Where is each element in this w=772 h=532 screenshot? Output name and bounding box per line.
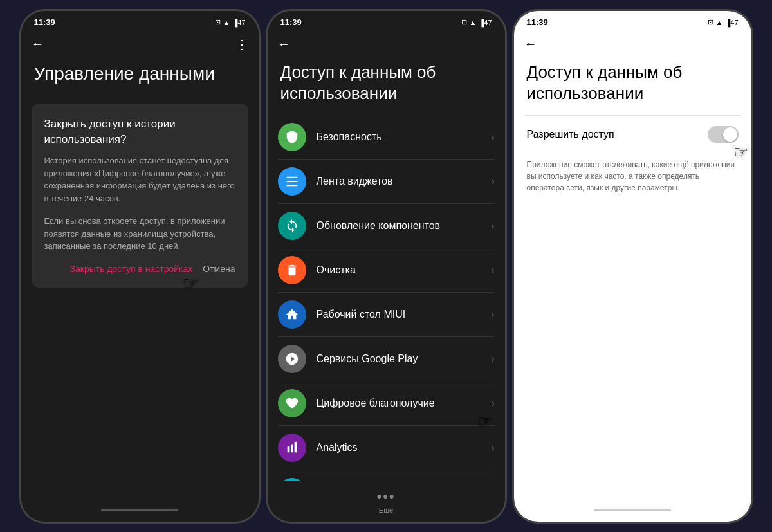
back-button-3[interactable]: ← <box>524 37 537 51</box>
screen-1: ← ⋮ Управление данными Закрыть доступ к … <box>21 32 259 522</box>
permission-row: Разрешить доступ ☞ <box>527 126 739 143</box>
close-access-link[interactable]: Закрыть доступ в настройках <box>70 264 193 274</box>
svg-rect-0 <box>287 446 290 452</box>
status-bar-2: 11:39 ⊡ ▲ ▐47 <box>268 11 505 32</box>
toggle-knob <box>723 127 737 142</box>
app-icon-ochistka <box>278 256 306 284</box>
app-name-lenta: Лента виджетов <box>317 176 492 187</box>
chevron-bezopasnost: › <box>491 131 494 143</box>
svg-rect-1 <box>291 445 293 453</box>
status-time-2: 11:39 <box>280 17 302 27</box>
permission-section: Разрешить доступ ☞ Приложение сможет отс… <box>514 116 751 521</box>
svg-rect-2 <box>294 442 297 453</box>
more-button-bottom[interactable]: ••• Еще <box>376 488 395 514</box>
app-item-gplay[interactable]: Сервисы Google Play › <box>268 337 505 381</box>
app-icon-analytics <box>278 434 306 462</box>
permission-toggle[interactable] <box>708 126 739 143</box>
app-name-miui: Рабочий стол MIUI <box>317 309 492 320</box>
wifi-icon: ▲ <box>223 19 230 26</box>
screenshot-icon-2: ⊡ <box>461 18 467 26</box>
page-title-3: Доступ к данным об использовании <box>514 57 751 116</box>
page-title-1: Управление данными <box>21 57 259 98</box>
back-button-1[interactable]: ← <box>32 37 44 51</box>
permission-desc: Приложение сможет отслеживать, какие ещё… <box>527 159 739 194</box>
screen-3: ← Доступ к данным об использовании Разре… <box>514 32 751 522</box>
more-icon: ••• <box>376 488 395 505</box>
app-list: Безопасность › Лента виджетов › Об <box>268 115 505 480</box>
app-icon-digital <box>278 389 306 417</box>
wifi-icon-2: ▲ <box>470 19 477 26</box>
status-icons-1: ⊡ ▲ ▐47 <box>215 18 246 26</box>
battery-icon: ▐47 <box>232 19 245 26</box>
app-icon-gplay <box>278 345 306 373</box>
back-button-2[interactable]: ← <box>278 37 291 51</box>
status-bar-3: 11:39 ⊡ ▲ ▐47 <box>514 11 751 32</box>
app-name-analytics: Analytics <box>317 442 492 454</box>
status-icons-3: ⊡ ▲ ▐47 <box>708 18 739 26</box>
dialog-actions: Закрыть доступ в настройках ☞ Отмена <box>44 263 235 275</box>
top-bar-2: ← <box>268 32 505 57</box>
app-item-ochistka[interactable]: Очистка › <box>268 248 505 292</box>
phone-2: 11:39 ⊡ ▲ ▐47 ← Доступ к данным об испол… <box>266 9 507 524</box>
app-item-digital[interactable]: Цифровое благополучие › ☞ <box>268 381 505 425</box>
screenshot-icon: ⊡ <box>215 18 221 26</box>
app-name-gplay: Сервисы Google Play <box>317 353 492 365</box>
app-item-miui[interactable]: Рабочий стол MIUI › <box>268 293 505 336</box>
app-name-ochistka: Очистка <box>317 264 492 276</box>
chevron-lenta: › <box>491 176 494 187</box>
app-item-device-health[interactable]: Device Health Services › <box>268 470 505 480</box>
permission-label: Разрешить доступ <box>527 129 614 140</box>
more-label: Еще <box>379 506 393 514</box>
app-name-digital: Цифровое благополучие <box>317 398 492 409</box>
chevron-digital: › <box>491 398 494 409</box>
cursor-1: ☞ <box>183 273 199 294</box>
dialog-text1: История использования станет недоступна … <box>44 154 235 205</box>
app-icon-miui <box>278 300 306 329</box>
app-icon-device-health <box>278 478 306 480</box>
home-indicator-1 <box>101 509 178 511</box>
app-icon-lenta <box>278 167 306 196</box>
divider-perm <box>527 151 739 151</box>
app-item-obnovlenie[interactable]: Обновление компонентов › <box>268 204 505 248</box>
screen-2: ← Доступ к данным об использовании Безоп… <box>268 32 505 522</box>
chevron-miui: › <box>491 309 494 320</box>
bottom-bar-2: ••• Еще <box>268 481 505 522</box>
status-time-3: 11:39 <box>527 17 548 27</box>
app-icon-obnovlenie <box>278 212 306 240</box>
status-icons-2: ⊡ ▲ ▐47 <box>461 18 492 26</box>
dialog-card: Закрыть доступ к истории использования? … <box>32 104 248 288</box>
chevron-gplay: › <box>491 353 494 365</box>
battery-icon-2: ▐47 <box>479 19 492 26</box>
wifi-icon-3: ▲ <box>716 19 723 26</box>
dialog-text2: Если вы снова откроете доступ, в приложе… <box>44 215 235 253</box>
more-button-1[interactable]: ⋮ <box>235 37 248 52</box>
app-name-bezopasnost: Безопасность <box>317 131 492 143</box>
app-item-analytics[interactable]: Analytics › <box>268 426 505 470</box>
status-bar-1: 11:39 ⊡ ▲ ▐47 <box>21 11 259 32</box>
phone-1: 11:39 ⊡ ▲ ▐47 ← ⋮ Управление данными Зак… <box>19 9 261 524</box>
app-item-lenta[interactable]: Лента виджетов › <box>268 160 505 203</box>
toggle-wrapper: ☞ <box>708 126 739 143</box>
chevron-ochistka: › <box>491 264 494 276</box>
home-indicator-3 <box>594 509 671 511</box>
chevron-obnovlenie: › <box>491 220 494 232</box>
status-time-1: 11:39 <box>34 17 55 27</box>
cancel-button[interactable]: Отмена <box>203 264 235 274</box>
app-icon-bezopasnost <box>278 123 306 151</box>
top-bar-1: ← ⋮ <box>21 32 259 57</box>
phone-3: 11:39 ⊡ ▲ ▐47 ← Доступ к данным об испол… <box>512 9 753 524</box>
app-item-bezopasnost[interactable]: Безопасность › <box>268 115 505 159</box>
top-bar-3: ← <box>514 32 751 57</box>
page-title-2: Доступ к данным об использовании <box>268 57 505 116</box>
dialog-title: Закрыть доступ к истории использования? <box>44 116 235 147</box>
screenshot-icon-3: ⊡ <box>708 18 713 26</box>
battery-icon-3: ▐47 <box>725 19 738 26</box>
app-name-obnovlenie: Обновление компонентов <box>317 220 492 232</box>
chevron-analytics: › <box>491 442 494 454</box>
